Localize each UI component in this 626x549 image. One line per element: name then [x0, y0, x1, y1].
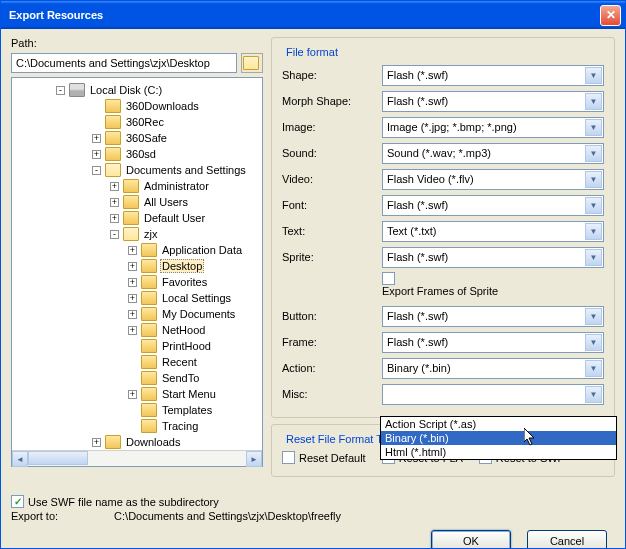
tree-item[interactable]: -Documents and Settings — [16, 162, 258, 178]
tree-label: 360Safe — [124, 132, 169, 144]
chevron-down-icon: ▼ — [585, 308, 602, 325]
format-select[interactable]: Text (*.txt)▼ — [382, 221, 604, 242]
expander-icon[interactable]: + — [128, 262, 137, 271]
format-select[interactable]: Flash (*.swf)▼ — [382, 306, 604, 327]
tree-label: 360Rec — [124, 116, 166, 128]
format-select[interactable]: Flash (*.swf)▼ — [382, 65, 604, 86]
tree-label: Documents and Settings — [124, 164, 248, 176]
tree-label: Favorites — [160, 276, 209, 288]
reset-default-row[interactable]: Reset Default — [282, 451, 366, 464]
tree-item[interactable]: +Desktop — [16, 258, 258, 274]
ok-button[interactable]: OK — [431, 530, 511, 549]
tree-label: Local Settings — [160, 292, 233, 304]
cancel-button[interactable]: Cancel — [527, 530, 607, 549]
select-value: Image (*.jpg; *.bmp; *.png) — [387, 121, 517, 133]
expander-icon[interactable]: - — [56, 86, 65, 95]
tree-item[interactable]: Templates — [16, 402, 258, 418]
tree-item[interactable]: +Downloads — [16, 434, 258, 450]
format-select[interactable]: Flash (*.swf)▼ — [382, 91, 604, 112]
scroll-thumb[interactable] — [28, 451, 88, 465]
export-to-label: Export to: — [11, 510, 58, 522]
format-label: Misc: — [282, 388, 382, 400]
dropdown-option[interactable]: Html (*.html) — [381, 445, 616, 459]
select-value: Binary (*.bin) — [387, 362, 451, 374]
expander-icon[interactable]: + — [110, 198, 119, 207]
expander-icon[interactable]: + — [128, 390, 137, 399]
tree-label: Tracing — [160, 420, 200, 432]
format-select[interactable]: Sound (*.wav; *.mp3)▼ — [382, 143, 604, 164]
expander-icon[interactable]: + — [128, 294, 137, 303]
folder-tree[interactable]: -Local Disk (C:)360Downloads360Rec+360Sa… — [11, 77, 263, 467]
tree-item[interactable]: -zjx — [16, 226, 258, 242]
chevron-down-icon: ▼ — [585, 249, 602, 266]
format-select[interactable]: Flash (*.swf)▼ — [382, 247, 604, 268]
export-frames-row[interactable]: Export Frames of Sprite — [382, 272, 498, 297]
folder-icon — [141, 403, 157, 417]
expander-icon[interactable]: + — [128, 310, 137, 319]
tree-item[interactable]: +Local Settings — [16, 290, 258, 306]
export-frames-checkbox[interactable] — [382, 272, 395, 285]
path-input[interactable] — [11, 53, 237, 73]
tree-item[interactable]: 360Rec — [16, 114, 258, 130]
tree-item-drive[interactable]: -Local Disk (C:) — [16, 82, 258, 98]
dropdown-option[interactable]: Binary (*.bin) — [381, 431, 616, 445]
format-label: Font: — [282, 199, 382, 211]
tree-item[interactable]: +Default User — [16, 210, 258, 226]
tree-item[interactable]: PrintHood — [16, 338, 258, 354]
tree-item[interactable]: +Application Data — [16, 242, 258, 258]
format-select[interactable]: Flash Video (*.flv)▼ — [382, 169, 604, 190]
expander-icon[interactable]: + — [110, 214, 119, 223]
scroll-right-button[interactable]: ► — [246, 451, 262, 467]
format-select[interactable]: ▼ — [382, 384, 604, 405]
expander-icon[interactable]: + — [92, 438, 101, 447]
close-button[interactable]: ✕ — [600, 5, 621, 26]
expander-icon[interactable]: + — [128, 326, 137, 335]
scroll-left-button[interactable]: ◄ — [12, 451, 28, 467]
chevron-down-icon: ▼ — [585, 334, 602, 351]
expander-icon[interactable]: + — [128, 246, 137, 255]
expander-icon[interactable]: + — [92, 150, 101, 159]
expander-icon[interactable]: + — [92, 134, 101, 143]
tree-item[interactable]: +360sd — [16, 146, 258, 162]
chevron-down-icon: ▼ — [585, 386, 602, 403]
browse-folder-button[interactable] — [241, 53, 263, 73]
tree-item[interactable]: +Start Menu — [16, 386, 258, 402]
tree-item[interactable]: +Favorites — [16, 274, 258, 290]
format-select[interactable]: Image (*.jpg; *.bmp; *.png)▼ — [382, 117, 604, 138]
tree-item[interactable]: +All Users — [16, 194, 258, 210]
format-row: Button:Flash (*.swf)▼ — [282, 303, 604, 329]
folder-icon — [123, 227, 139, 241]
format-label: Video: — [282, 173, 382, 185]
use-swf-checkbox[interactable]: ✓ — [11, 495, 24, 508]
horizontal-scrollbar[interactable]: ◄ ► — [12, 450, 262, 466]
tree-item[interactable]: +Administrator — [16, 178, 258, 194]
format-select[interactable]: Flash (*.swf)▼ — [382, 332, 604, 353]
expander-icon[interactable]: + — [128, 278, 137, 287]
format-label: Morph Shape: — [282, 95, 382, 107]
use-swf-row[interactable]: ✓ Use SWF file name as the subdirectory — [11, 495, 615, 508]
tree-item[interactable]: Tracing — [16, 418, 258, 434]
folder-icon — [141, 339, 157, 353]
dropdown-option[interactable]: Action Script (*.as) — [381, 417, 616, 431]
format-row: Morph Shape:Flash (*.swf)▼ — [282, 88, 604, 114]
format-label: Shape: — [282, 69, 382, 81]
format-select[interactable]: Binary (*.bin)▼ — [382, 358, 604, 379]
format-label: Sprite: — [282, 251, 382, 263]
expander-icon[interactable]: + — [110, 182, 119, 191]
expander-icon[interactable]: - — [92, 166, 101, 175]
tree-item[interactable]: 360Downloads — [16, 98, 258, 114]
format-label: Image: — [282, 121, 382, 133]
action-dropdown-list[interactable]: Action Script (*.as)Binary (*.bin)Html (… — [380, 416, 617, 460]
format-select[interactable]: Flash (*.swf)▼ — [382, 195, 604, 216]
tree-item[interactable]: +360Safe — [16, 130, 258, 146]
tree-item[interactable]: Recent — [16, 354, 258, 370]
format-row: Text:Text (*.txt)▼ — [282, 218, 604, 244]
folder-icon — [141, 259, 157, 273]
tree-item[interactable]: +My Documents — [16, 306, 258, 322]
expander-icon[interactable]: - — [110, 230, 119, 239]
tree-item[interactable]: +NetHood — [16, 322, 258, 338]
reset-default-checkbox[interactable] — [282, 451, 295, 464]
folder-icon — [141, 275, 157, 289]
format-row: Action:Binary (*.bin)▼ — [282, 355, 604, 381]
tree-item[interactable]: SendTo — [16, 370, 258, 386]
